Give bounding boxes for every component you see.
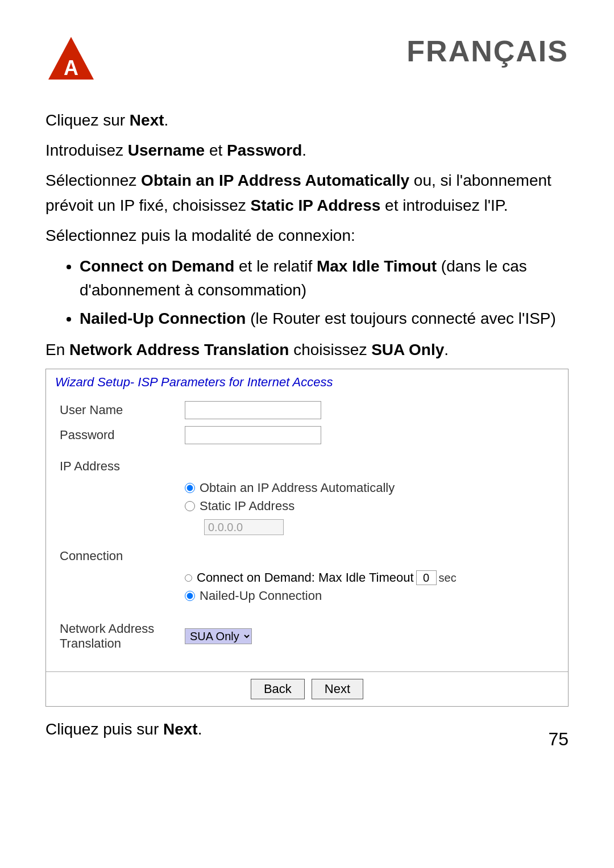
line5: En Network Address Translation choisisse…	[45, 337, 569, 363]
ip-address-section: IP Address Obtain an IP Address Automati…	[60, 459, 554, 536]
nailed-up-label: Nailed-Up Connection	[200, 589, 322, 603]
username-label: User Name	[60, 403, 185, 418]
nat-select-wrap: SUA Only	[185, 628, 252, 644]
page-number: 75	[548, 729, 569, 750]
connection-label: Connection	[60, 549, 185, 564]
password-row: Password	[60, 426, 554, 444]
svg-text:A: A	[64, 56, 78, 80]
francais-label: FRANÇAIS	[406, 34, 569, 68]
static-ip-radio[interactable]	[185, 501, 195, 511]
connection-section: Connection Connect on Demand: Max Idle T…	[60, 549, 554, 603]
nailed-up-row: Nailed-Up Connection	[185, 589, 554, 603]
connection-options: Connect on Demand: Max Idle Timeout sec …	[185, 570, 554, 603]
line2: Introduisez Username et Password.	[45, 138, 569, 164]
next-button[interactable]: Next	[312, 679, 363, 699]
username-input[interactable]	[185, 401, 321, 419]
back-button[interactable]: Back	[251, 679, 305, 699]
line3: Sélectionnez Obtain an IP Address Automa…	[45, 168, 569, 219]
ip-address-header-row: IP Address	[60, 459, 554, 474]
nat-select[interactable]: SUA Only	[185, 628, 252, 644]
nailed-up-radio[interactable]	[185, 591, 195, 601]
static-ip-input-row	[200, 517, 554, 536]
bullet-item-1: Connect on Demand et le relatif Max Idle…	[80, 254, 569, 302]
header: A FRANÇAIS	[45, 34, 569, 85]
wizard-footer: Back Next	[46, 671, 568, 706]
intro-text: Cliquez sur Next. Introduisez Username e…	[45, 108, 569, 249]
ip-address-label: IP Address	[60, 459, 185, 474]
obtain-auto-row: Obtain an IP Address Automatically	[185, 481, 554, 495]
password-input[interactable]	[185, 426, 321, 444]
static-ip-row: Static IP Address	[185, 499, 554, 514]
timeout-input[interactable]	[416, 570, 437, 585]
obtain-auto-label: Obtain an IP Address Automatically	[200, 481, 395, 495]
connect-demand-label: Connect on Demand: Max Idle Timeout	[197, 570, 414, 585]
nat-label: Network Address Translation	[60, 621, 185, 651]
obtain-auto-radio[interactable]	[185, 483, 195, 493]
static-ip-label: Static IP Address	[200, 499, 294, 514]
wizard-title: Wizard Setup- ISP Parameters for Interne…	[46, 369, 568, 392]
ip-options: Obtain an IP Address Automatically Stati…	[185, 481, 554, 536]
wizard-box: Wizard Setup- ISP Parameters for Interne…	[45, 369, 569, 707]
bullet-item-2: Nailed-Up Connection (le Router est touj…	[80, 307, 569, 331]
wizard-body: User Name Password IP Address Obtain an …	[46, 392, 568, 672]
line1: Cliquez sur Next.	[45, 108, 569, 133]
username-row: User Name	[60, 401, 554, 419]
bullet-list: Connect on Demand et le relatif Max Idle…	[80, 254, 569, 331]
nat-section: Network Address Translation SUA Only	[60, 621, 554, 651]
connect-demand-radio[interactable]	[185, 574, 192, 582]
page: A FRANÇAIS Cliquez sur Next. Introduisez…	[0, 0, 614, 773]
bottom-text: Cliquez puis sur Next.	[45, 720, 569, 738]
static-ip-input[interactable]	[204, 519, 284, 535]
logo-icon: A	[45, 34, 97, 85]
password-label: Password	[60, 428, 185, 443]
sec-label: sec	[439, 571, 457, 585]
connection-header-row: Connection	[60, 549, 554, 564]
connect-demand-row: Connect on Demand: Max Idle Timeout sec	[185, 570, 554, 585]
line4: Sélectionnez puis la modalité de connexi…	[45, 223, 569, 249]
